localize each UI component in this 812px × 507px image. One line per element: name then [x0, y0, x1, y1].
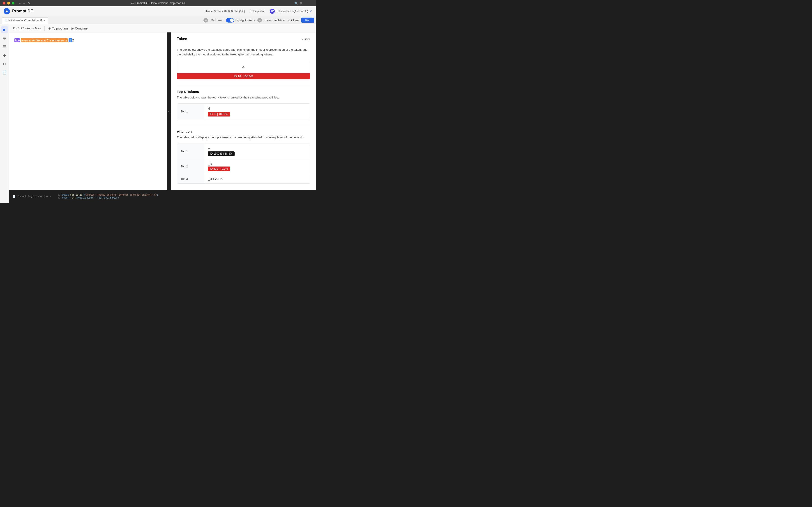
close-traffic-light[interactable] — [3, 2, 5, 4]
highlight-toggle-container: Highlight tokens — [226, 18, 255, 22]
user-name: Toby Pohlen — [276, 10, 291, 13]
more-options-icon[interactable]: ⋯ — [50, 195, 51, 198]
user-handle: (@TobyPhln) — [292, 10, 308, 13]
close-label: Close — [291, 18, 299, 22]
attention-value-2: _is — [208, 162, 212, 166]
window-title: xAI PromptIDE - Initial version/Completi… — [131, 2, 185, 5]
tabbar: ✓ Initial version/Completion #1 × − Mark… — [0, 16, 316, 24]
token-answer[interactable]: answer to life and the universe is — [21, 38, 68, 42]
section-divider-2 — [177, 125, 310, 125]
window-controls-icon[interactable]: ⊞ — [300, 2, 302, 5]
attention-label-2: Top 2 — [177, 159, 204, 174]
app-name: PromptIDE — [12, 9, 205, 13]
titlebar-buttons — [3, 2, 14, 4]
attention-row-3: Top 3 _universe — [177, 174, 310, 183]
editor-pane[interactable]: The answer to life and the universe is 4… — [9, 33, 171, 190]
attention-content-2: _is ID 391 | 70.7% — [204, 159, 310, 174]
line-code-87: await set_title(f"Answer: {model_answer}… — [62, 194, 158, 196]
token-description: The box below shows the text associated … — [177, 48, 310, 57]
file-icon: 📄 — [13, 195, 16, 198]
search-icon[interactable]: 🔍 — [294, 2, 298, 5]
attention-label-3: Top 3 — [177, 174, 204, 183]
topk-row-1: Top 1 4 ID 18 | 100.0% — [177, 104, 310, 119]
attention-content-3: _universe — [204, 174, 310, 183]
token-count: 11 / 8192 tokens - Main — [13, 27, 41, 30]
tabbar-actions: − Markdown Highlight tokens − Save compl… — [203, 17, 314, 23]
sidebar-icon-circle[interactable]: ⊙ — [1, 60, 8, 67]
minus-button-2[interactable]: − — [257, 18, 262, 22]
attention-row-1: Top 1 – ID 130089 | 88.3% — [177, 144, 310, 159]
usage-info: Usage: 33 tks / 1000000 tks (0%) — [205, 10, 245, 13]
logo-icon: ▶ — [6, 9, 8, 13]
sidebar: ▶ ⊕ ☰ ◆ ⊙ 📄 — [0, 24, 9, 203]
attention-label-1: Top 1 — [177, 144, 204, 159]
section-divider-1 — [177, 85, 310, 85]
user-info: TP Toby Pohlen (@TobyPhln) ✓ — [270, 9, 312, 14]
maximize-traffic-light[interactable] — [12, 2, 14, 4]
token-id-badge: ID 18 | 100.0% — [177, 73, 310, 79]
line-code-88: return int(model_answer == correct_answe… — [62, 197, 119, 199]
appbar: ▶ PromptIDE Usage: 33 tks / 1000000 tks … — [0, 6, 316, 16]
sidebar-icon-menu[interactable]: ☰ — [1, 43, 8, 50]
topk-description: The table below shows the top-K tokens r… — [177, 95, 310, 100]
back-button[interactable]: ‹ Back — [302, 38, 310, 41]
app-logo: ▶ — [4, 8, 10, 14]
attention-title: Attention — [177, 129, 310, 133]
appbar-right: Usage: 33 tks / 1000000 tks (0%) 1 Compl… — [205, 9, 312, 14]
minus-button[interactable]: − — [203, 18, 208, 22]
code-lines: 87 await set_title(f"Answer: {model_answ… — [56, 194, 158, 199]
line-num-87: 87 — [56, 194, 60, 196]
token-the[interactable]: The — [14, 38, 20, 42]
save-completion-label: Save completion — [265, 19, 285, 22]
nav-back[interactable]: ← — [18, 2, 21, 5]
nav-refresh[interactable]: ↻ — [28, 2, 30, 5]
highlight-tokens-label: Highlight tokens — [236, 19, 255, 22]
continue-label: Continue — [75, 26, 88, 30]
topk-badge-1: ID 18 | 100.0% — [208, 112, 230, 116]
sidebar-icon-file[interactable]: 📄 — [1, 69, 8, 76]
completions-info: 1 Completion — [249, 10, 265, 13]
nav-forward[interactable]: → — [23, 2, 26, 5]
attention-badge-1: ID 130089 | 88.3% — [208, 152, 235, 156]
continue-button[interactable]: ▶ Continue — [71, 26, 88, 30]
titlebar: ← → ↻ xAI PromptIDE - Initial version/Co… — [0, 0, 316, 6]
attention-value-1: – — [208, 147, 210, 151]
topk-value-1: 4 — [208, 106, 210, 111]
highlight-toggle[interactable] — [226, 18, 234, 22]
code-line-87: 87 await set_title(f"Answer: {model_answ… — [56, 194, 158, 196]
attention-content-1: – ID 130089 | 88.3% — [204, 144, 310, 159]
attention-value-3: _universe — [208, 177, 223, 181]
verified-icon: ✓ — [309, 9, 312, 13]
code-peek: }. — [167, 33, 171, 190]
sidebar-icon-add[interactable]: ⊕ — [1, 35, 8, 42]
close-button[interactable]: ✕ Close — [287, 18, 299, 22]
tab-initial-version[interactable]: ✓ Initial version/Completion #1 × — [2, 17, 48, 24]
code-bar: 📄 formal_logic_test.csv ⋯ 87 await set_t… — [9, 190, 316, 203]
play-icon: ▶ — [71, 26, 74, 30]
sidebar-icon-shape[interactable]: ◆ — [1, 52, 8, 59]
filename: formal_logic_test.csv — [17, 195, 49, 198]
close-x-icon: ✕ — [287, 18, 290, 22]
plus-circle-icon: ⊕ — [48, 26, 51, 30]
titlebar-nav: ← → ↻ — [18, 2, 30, 5]
topk-table: Top 1 4 ID 18 | 100.0% — [177, 103, 310, 119]
to-program-button[interactable]: ⊕ To program — [48, 26, 68, 30]
minimize-traffic-light[interactable] — [7, 2, 10, 4]
attention-row-2: Top 2 _is ID 391 | 70.7% — [177, 159, 310, 174]
token-2-text: 2 — [72, 39, 74, 42]
back-chevron-icon: ‹ — [302, 38, 303, 41]
back-label: Back — [304, 38, 310, 41]
topk-content-1: 4 ID 18 | 100.0% — [204, 104, 310, 119]
content-area: The answer to life and the universe is 4… — [9, 33, 316, 190]
token-4[interactable]: 4 — [68, 38, 72, 42]
attention-badge-2: ID 391 | 70.7% — [208, 167, 230, 171]
token-box: 4 ID 18 | 100.0% — [177, 61, 310, 79]
sidebar-icon-play[interactable]: ▶ — [1, 26, 8, 33]
tab-close-icon[interactable]: × — [44, 19, 45, 22]
run-button[interactable]: Run — [301, 17, 314, 23]
attention-description: The table below displays the top K token… — [177, 135, 310, 140]
to-program-label: To program — [52, 26, 68, 30]
panel-header: Token ‹ Back — [177, 37, 310, 44]
line-num-88: 88 — [56, 197, 60, 199]
attention-table: Top 1 – ID 130089 | 88.3% Top 2 _is ID 3… — [177, 144, 310, 184]
